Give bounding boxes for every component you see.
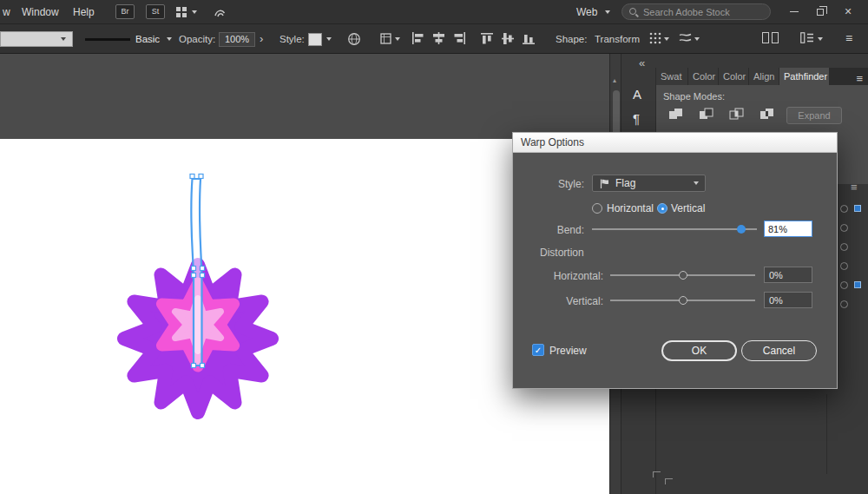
tab-pathfinder[interactable]: Pathfinder [779,68,830,85]
warp-style-value: Flag [615,177,635,189]
ok-button[interactable]: OK [661,340,737,361]
restore-button[interactable] [807,0,833,23]
target-circle[interactable] [840,205,848,213]
target-circle[interactable] [840,224,848,232]
chevron-down-icon [818,37,823,41]
bend-label: Bend: [557,224,584,236]
chevron-down-icon [694,181,699,185]
horizontal-distortion-slider[interactable] [610,270,755,280]
exclude-icon[interactable] [758,106,780,123]
minimize-button[interactable] [781,0,807,23]
target-circle[interactable] [840,243,848,251]
vertical-distortion-slider[interactable] [610,295,755,305]
chevron-down-icon [664,37,669,41]
preview-label[interactable]: Preview [549,345,587,357]
panel-corner-mark [653,471,661,478]
slider-track [592,228,757,230]
transform-grid-icon[interactable] [649,32,661,47]
search-adobe-stock-box[interactable] [621,3,771,20]
tab-color-guide[interactable]: Color [719,68,749,85]
panel-dock-icon[interactable] [800,32,814,46]
selected-indicator[interactable] [854,205,861,212]
dialog-body: Style: Flag Horizontal Vertical Bend: Di… [513,153,837,389]
unite-icon[interactable] [667,106,689,123]
bend-value-field[interactable] [764,221,812,237]
search-input[interactable] [643,4,765,19]
warp-style-dropdown[interactable]: Flag [592,175,706,192]
warped-rectangle-path[interactable] [191,179,201,366]
character-panel-icon[interactable]: A [633,87,641,102]
workspace-grid-icon[interactable] [762,32,779,46]
chevron-down-icon [694,37,700,41]
warp-options-dialog: Warp Options Style: Flag Horizontal Vert… [512,132,838,389]
warp-options-icon[interactable] [679,32,692,46]
bend-slider[interactable] [592,224,757,234]
radio-vertical[interactable] [657,203,667,214]
panel-tab-bar: Swat Color Color Align Pathfinder ≡ [656,68,868,85]
radio-horizontal[interactable] [592,203,602,214]
tab-align[interactable]: Align [749,68,779,85]
minimize-icon [790,11,799,13]
style-label: Style: [558,178,584,190]
cancel-button[interactable]: Cancel [741,340,817,361]
expand-button[interactable]: Expand [786,107,842,124]
minus-front-icon[interactable] [697,106,720,123]
horizontal-label: Horizontal: [554,270,603,282]
panel-menu-icon[interactable]: ≡ [856,70,868,85]
horizontal-slider-handle[interactable] [679,271,687,280]
control-panel-menu-icon[interactable]: ≡ [845,31,852,45]
shape-modes-label: Shape Modes: [663,91,725,102]
dialog-titlebar[interactable]: Warp Options [513,133,837,153]
close-button[interactable]: ✕ [835,0,861,23]
horizontal-value-field[interactable] [764,267,812,283]
panel-divider [826,394,827,474]
tab-swatches[interactable]: Swat [656,68,688,85]
vertical-slider-handle[interactable] [679,296,687,305]
dialog-title: Warp Options [521,136,584,148]
tab-color[interactable]: Color [688,68,719,85]
vertical-value-field[interactable] [764,292,812,308]
radio-horizontal-label[interactable]: Horizontal [607,202,654,214]
panel-corner-mark [665,478,673,484]
illustrator-window: w Window Help Br St Web ✕ Basic Opacity:… [0,0,868,494]
search-icon [629,8,636,15]
target-circle[interactable] [840,281,848,289]
paragraph-panel-icon[interactable]: ¶ [633,111,640,126]
distortion-label: Distortion [540,247,584,259]
flag-icon [599,178,610,189]
vertical-label: Vertical: [566,295,603,307]
intersect-icon[interactable] [727,106,750,123]
bend-slider-handle[interactable] [737,225,746,234]
target-circle[interactable] [840,300,848,308]
target-circle[interactable] [840,262,848,270]
selected-indicator[interactable] [854,281,861,288]
scroll-up-icon[interactable]: ▴ [613,76,616,84]
restore-icon [817,9,824,16]
radio-vertical-label[interactable]: Vertical [671,202,705,214]
preview-checkbox[interactable]: ✓ [532,344,544,356]
appearance-menu-icon[interactable]: ≡ [851,181,858,194]
